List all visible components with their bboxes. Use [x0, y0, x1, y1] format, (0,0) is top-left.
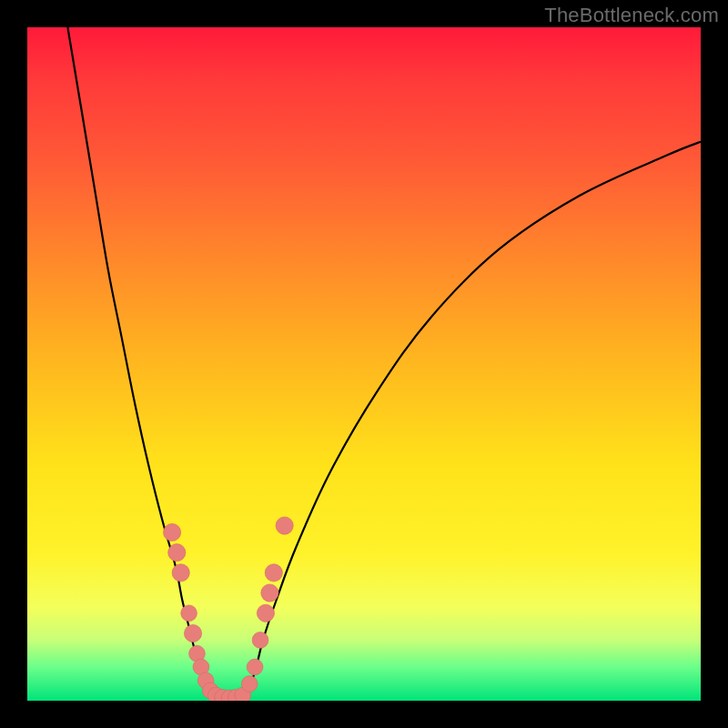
- data-marker: [247, 659, 263, 675]
- data-marker: [265, 564, 282, 581]
- right-curve-path: [243, 142, 701, 701]
- data-marker: [172, 564, 189, 581]
- data-marker: [261, 584, 278, 602]
- data-marker: [168, 544, 186, 561]
- data-marker: [163, 523, 180, 541]
- data-marker: [181, 605, 197, 622]
- data-marker: [257, 604, 274, 622]
- data-marker: [252, 632, 268, 649]
- watermark-text: TheBottleneck.com: [544, 4, 719, 27]
- data-marker: [276, 517, 293, 534]
- data-marker: [184, 624, 201, 642]
- left-curve-path: [67, 27, 216, 701]
- chart-frame: TheBottleneck.com: [0, 0, 728, 728]
- chart-svg: [27, 27, 701, 701]
- plot-area: [27, 27, 701, 701]
- data-marker: [241, 676, 258, 693]
